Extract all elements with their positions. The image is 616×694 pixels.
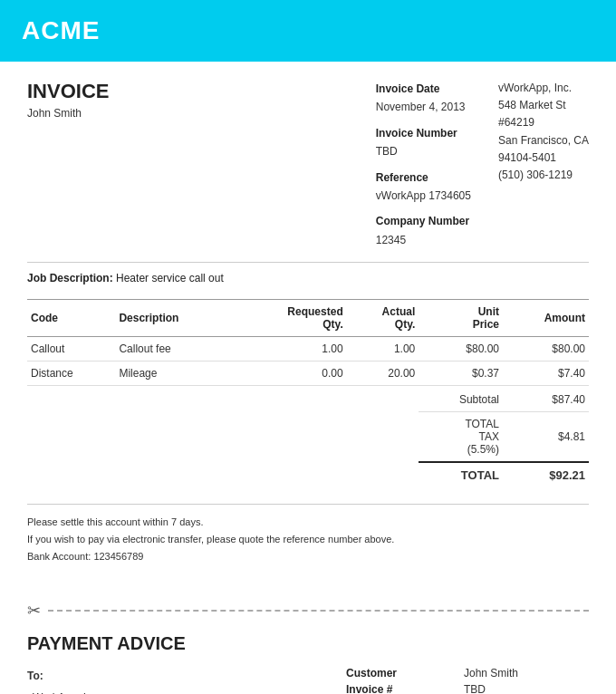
vendor-address4: 94104-5401 bbox=[498, 151, 556, 164]
row2-code: Distance bbox=[27, 361, 115, 386]
pa-details: Customer John Smith Invoice # TBD Refere… bbox=[346, 667, 589, 694]
invoice-meta: Invoice Date November 4, 2013 Invoice Nu… bbox=[376, 80, 589, 249]
col-requested-qty: RequestedQty. bbox=[235, 300, 347, 337]
pa-invoice-label: Invoice # bbox=[346, 683, 446, 694]
job-description-value: Heater service call out bbox=[116, 272, 224, 284]
vendor-address2: #64219 bbox=[498, 116, 534, 129]
vendor-address1: 548 Market St bbox=[498, 99, 566, 111]
table-row: Callout Callout fee 1.00 1.00 $80.00 $80… bbox=[27, 337, 589, 361]
total-label: TOTAL bbox=[419, 462, 503, 487]
company-number-label: Company Number bbox=[376, 215, 469, 227]
header-bar: ACME bbox=[0, 0, 616, 62]
row2-description: Mileage bbox=[115, 361, 235, 386]
company-number-value: 12345 bbox=[376, 234, 406, 246]
row2-unit-price: $0.37 bbox=[419, 361, 503, 386]
row1-amount: $80.00 bbox=[503, 337, 589, 361]
tax-value: $4.81 bbox=[503, 412, 589, 463]
tax-label: TOTALTAX(5.5%) bbox=[419, 412, 503, 463]
invoice-number-label: Invoice Number bbox=[376, 127, 457, 140]
reference-value: vWorkApp 1734605 bbox=[376, 189, 471, 202]
subtotal-value: $87.40 bbox=[503, 386, 589, 412]
row1-req-qty: 1.00 bbox=[235, 337, 347, 361]
table-header-row: Code Description RequestedQty. ActualQty… bbox=[27, 300, 589, 337]
invoice-top: INVOICE John Smith Invoice Date November… bbox=[27, 80, 589, 249]
col-amount: Amount bbox=[503, 300, 589, 337]
row1-code: Callout bbox=[27, 337, 115, 361]
row1-unit-price: $80.00 bbox=[419, 337, 503, 361]
row1-description: Callout fee bbox=[115, 337, 235, 361]
footer-note-1: Please settle this account within 7 days… bbox=[27, 514, 589, 531]
footer-note-2: If you wish to pay via electronic transf… bbox=[27, 531, 589, 548]
col-code: Code bbox=[27, 300, 115, 337]
invoice-body: INVOICE John Smith Invoice Date November… bbox=[0, 62, 616, 583]
col-actual-qty: ActualQty. bbox=[347, 300, 419, 337]
invoice-title-block: INVOICE John Smith bbox=[27, 80, 109, 249]
subtotal-label: Subtotal bbox=[419, 386, 503, 412]
pa-customer-label: Customer bbox=[346, 667, 446, 680]
cut-dashes bbox=[48, 610, 589, 612]
col-unit-price: UnitPrice bbox=[419, 300, 503, 337]
vendor-phone1: (510) 306-1219 bbox=[498, 169, 573, 181]
reference-label: Reference bbox=[376, 171, 428, 184]
job-description-label: Job Description: bbox=[27, 272, 113, 284]
subtotal-row: Subtotal $87.40 bbox=[27, 386, 589, 412]
job-description: Job Description: Heater service call out bbox=[27, 262, 589, 284]
row1-act-qty: 1.00 bbox=[347, 337, 419, 361]
invoice-title: INVOICE bbox=[27, 80, 109, 103]
pa-invoice-value: TBD bbox=[464, 683, 486, 694]
total-value: $92.21 bbox=[503, 462, 589, 487]
pa-row-customer: Customer John Smith bbox=[346, 667, 589, 680]
row2-req-qty: 0.00 bbox=[235, 361, 347, 386]
payment-advice-section: PAYMENT ADVICE To: vWorkApp, Inc. 548 Ma… bbox=[0, 633, 616, 694]
payment-advice-body: To: vWorkApp, Inc. 548 Market St #64219 … bbox=[27, 667, 589, 694]
tax-row: TOTALTAX(5.5%) $4.81 bbox=[27, 412, 589, 463]
bill-to: John Smith bbox=[27, 107, 109, 120]
cut-line: ✂ bbox=[0, 601, 616, 621]
vendor-address: vWorkApp, Inc. 548 Market St #64219 San … bbox=[498, 80, 589, 249]
pa-to-block: To: vWorkApp, Inc. 548 Market St #64219 … bbox=[27, 667, 178, 694]
invoice-meta-left: Invoice Date November 4, 2013 Invoice Nu… bbox=[376, 80, 471, 249]
row2-amount: $7.40 bbox=[503, 361, 589, 386]
pa-row-invoice: Invoice # TBD bbox=[346, 683, 589, 694]
invoice-date-value: November 4, 2013 bbox=[376, 101, 466, 113]
pa-to-label: To: bbox=[27, 667, 178, 687]
company-name: ACME bbox=[22, 16, 100, 44]
items-table: Code Description RequestedQty. ActualQty… bbox=[27, 299, 589, 487]
vendor-address3: San Francisco, CA bbox=[498, 134, 589, 147]
invoice-date-label: Invoice Date bbox=[376, 82, 440, 95]
col-description: Description bbox=[115, 300, 235, 337]
pa-to-name: vWorkApp, Inc. bbox=[27, 689, 178, 694]
table-row: Distance Mileage 0.00 20.00 $0.37 $7.40 bbox=[27, 361, 589, 386]
payment-advice-title: PAYMENT ADVICE bbox=[27, 633, 589, 654]
invoice-number-value: TBD bbox=[376, 145, 398, 158]
scissors-icon: ✂ bbox=[27, 601, 41, 621]
footer-notes: Please settle this account within 7 days… bbox=[27, 504, 589, 564]
pa-customer-value: John Smith bbox=[464, 667, 518, 680]
vendor-name: vWorkApp, Inc. bbox=[498, 82, 572, 94]
row2-act-qty: 20.00 bbox=[347, 361, 419, 386]
total-row: TOTAL $92.21 bbox=[27, 462, 589, 487]
footer-note-3: Bank Account: 123456789 bbox=[27, 548, 589, 565]
